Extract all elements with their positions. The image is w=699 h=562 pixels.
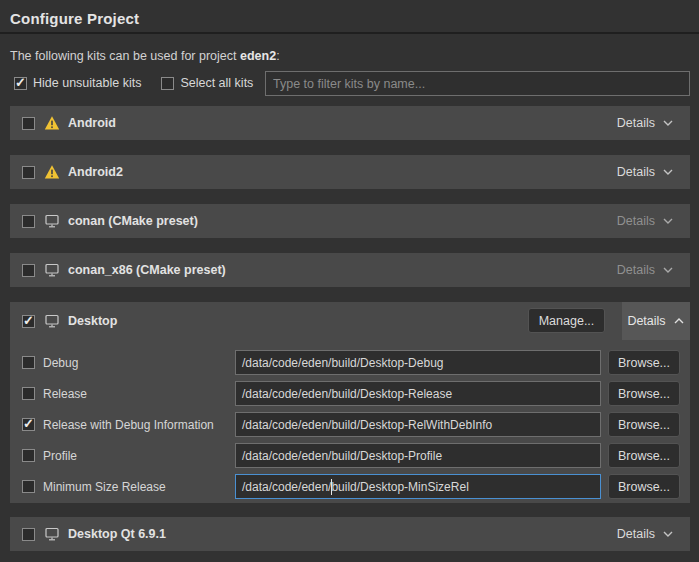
kit-name: Desktop [68, 314, 117, 328]
chevron-down-icon [662, 119, 674, 127]
kit-name: Desktop Qt 6.9.1 [68, 527, 166, 541]
build-dir-path: /data/code/eden/build/Desktop-MinSizeRel [242, 480, 469, 494]
intro-text-before: The following kits can be used for proje… [10, 49, 240, 63]
hide-unsuitable-checkbox[interactable] [14, 77, 27, 90]
build-dir-input[interactable]: /data/code/eden/build/Desktop-RelWithDeb… [235, 412, 601, 437]
build-config-row-profile: Profile /data/code/eden/build/Desktop-Pr… [10, 443, 690, 468]
kit-checkbox[interactable] [22, 264, 35, 277]
build-dir-input-focused[interactable]: /data/code/eden/build/Desktop-MinSizeRel [235, 474, 601, 499]
build-config-checkbox[interactable] [22, 418, 35, 431]
kit-row-desktop-qt[interactable]: Desktop Qt 6.9.1 Details [10, 517, 690, 551]
build-config-label: Release [43, 387, 87, 401]
details-button[interactable]: Details [611, 106, 680, 140]
browse-button[interactable]: Browse... [608, 474, 680, 499]
browse-button[interactable]: Browse... [608, 412, 680, 437]
kit-name: conan_x86 (CMake preset) [68, 263, 226, 277]
build-config-label: Profile [43, 449, 77, 463]
page-title: Configure Project [10, 10, 139, 27]
hide-unsuitable-label[interactable]: Hide unsuitable kits [33, 76, 141, 90]
build-dir-input[interactable]: /data/code/eden/build/Desktop-Release [235, 381, 601, 406]
kit-checkbox[interactable] [22, 315, 35, 328]
kit-row-android2[interactable]: Android2 Details [10, 155, 690, 189]
details-label: Details [617, 214, 655, 228]
manage-kits-button[interactable]: Manage... [528, 308, 605, 333]
build-config-checkbox[interactable] [22, 356, 35, 369]
kit-filter-input[interactable] [265, 71, 690, 96]
kit-checkbox[interactable] [22, 166, 35, 179]
desktop-icon [44, 262, 60, 278]
warning-icon [44, 164, 60, 180]
chevron-down-icon [662, 530, 674, 538]
build-config-row-debug: Debug /data/code/eden/build/Desktop-Debu… [10, 350, 690, 375]
select-all-checkbox[interactable] [161, 77, 174, 90]
intro-text-after: : [276, 49, 279, 63]
build-config-row-release: Release /data/code/eden/build/Desktop-Re… [10, 381, 690, 406]
build-dir-path: /data/code/eden/build/Desktop-Release [242, 387, 452, 401]
details-label: Details [617, 527, 655, 541]
kit-name: Android2 [68, 165, 123, 179]
kit-row-android[interactable]: Android Details [10, 106, 690, 140]
details-label: Details [627, 314, 665, 328]
details-label: Details [617, 263, 655, 277]
kit-name: conan (CMake preset) [68, 214, 198, 228]
browse-button[interactable]: Browse... [608, 443, 680, 468]
chevron-down-icon [662, 168, 674, 176]
browse-button[interactable]: Browse... [608, 381, 680, 406]
chevron-down-icon [662, 266, 674, 274]
kit-checkbox[interactable] [22, 528, 35, 541]
build-config-checkbox[interactable] [22, 387, 35, 400]
kit-row-desktop[interactable]: Desktop Manage... Details [10, 302, 690, 340]
details-label: Details [617, 165, 655, 179]
kit-row-conan-x86[interactable]: conan_x86 (CMake preset) Details [10, 253, 690, 287]
build-dir-input[interactable]: /data/code/eden/build/Desktop-Profile [235, 443, 601, 468]
desktop-icon [44, 313, 60, 329]
details-button[interactable]: Details [611, 517, 680, 551]
desktop-icon [44, 213, 60, 229]
filter-bar: Hide unsuitable kits Select all kits [14, 76, 267, 90]
kit-panel-desktop: Desktop Manage... Details Debug /data/co… [10, 302, 690, 503]
chevron-down-icon [662, 217, 674, 225]
browse-button[interactable]: Browse... [608, 350, 680, 375]
intro-text: The following kits can be used for proje… [10, 49, 280, 63]
select-all-label[interactable]: Select all kits [180, 76, 253, 90]
build-config-checkbox[interactable] [22, 449, 35, 462]
kit-checkbox[interactable] [22, 215, 35, 228]
build-dir-input[interactable]: /data/code/eden/build/Desktop-Debug [235, 350, 601, 375]
desktop-icon [44, 526, 60, 542]
warning-icon [44, 115, 60, 131]
details-button[interactable]: Details [611, 155, 680, 189]
project-name: eden2 [240, 49, 276, 63]
build-config-row-relwithdebinfo: Release with Debug Information /data/cod… [10, 412, 690, 437]
details-button[interactable]: Details [611, 253, 680, 287]
kit-row-conan[interactable]: conan (CMake preset) Details [10, 204, 690, 238]
build-config-checkbox[interactable] [22, 480, 35, 493]
kit-checkbox[interactable] [22, 117, 35, 130]
configure-project-page: Configure Project The following kits can… [0, 0, 699, 562]
build-config-row-minsizerel: Minimum Size Release /data/code/eden/bui… [10, 474, 690, 499]
build-dir-path: /data/code/eden/build/Desktop-Profile [242, 449, 442, 463]
title-separator [0, 32, 699, 34]
details-label: Details [617, 116, 655, 130]
details-button[interactable]: Details [611, 204, 680, 238]
build-dir-path: /data/code/eden/build/Desktop-RelWithDeb… [242, 418, 492, 432]
kit-name: Android [68, 116, 116, 130]
build-dir-path: /data/code/eden/build/Desktop-Debug [242, 356, 443, 370]
details-button-expanded[interactable]: Details [622, 302, 690, 340]
build-config-label: Minimum Size Release [43, 480, 166, 494]
build-config-label: Debug [43, 356, 78, 370]
chevron-up-icon [673, 317, 685, 325]
text-caret [331, 479, 332, 495]
build-config-label: Release with Debug Information [43, 418, 214, 432]
